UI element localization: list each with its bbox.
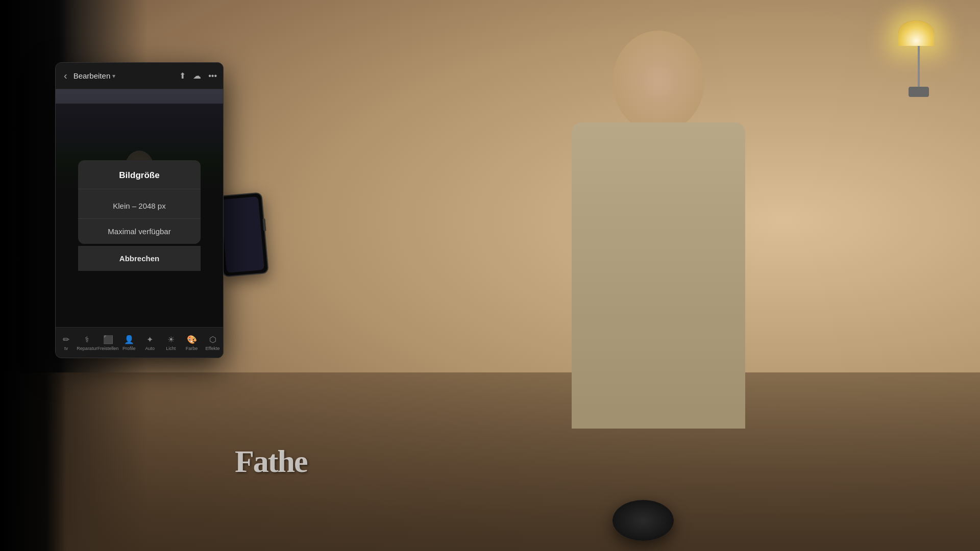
effekte-icon: ⬡: [209, 335, 216, 344]
farbe-icon: 🎨: [187, 335, 197, 344]
option-small[interactable]: Klein – 2048 px: [78, 193, 201, 219]
lamp-head: [898, 20, 934, 46]
header-title-text: Bearbeiten: [74, 71, 111, 80]
image-size-sheet: Bildgröße Klein – 2048 px Maximal verfüg…: [78, 160, 201, 244]
option-max[interactable]: Maximal verfügbar: [78, 219, 201, 244]
tv-icon: ✏: [63, 335, 69, 344]
sync-icon[interactable]: ☁: [193, 71, 201, 81]
toolbar-label-reparatur: Reparatur: [77, 346, 97, 351]
toolbar-item-reparatur[interactable]: ⚕ Reparatur: [77, 333, 97, 353]
toolbar-label-licht: Licht: [166, 346, 176, 351]
toolbar-item-auto[interactable]: ✦ Auto: [139, 333, 160, 353]
toolbar-item-farbe[interactable]: 🎨 Farbe: [181, 333, 202, 353]
action-sheet-title: Bildgröße: [78, 160, 201, 189]
freistellen-icon: ⬛: [103, 335, 113, 344]
held-phone: [216, 192, 269, 277]
desk-lamp: [898, 20, 939, 112]
lamp-base: [909, 87, 929, 97]
app-toolbar: ✏ tv ⚕ Reparatur ⬛ Freistellen 👤 Profile…: [56, 327, 223, 358]
lamp-arm: [918, 46, 920, 87]
reparatur-icon: ⚕: [85, 335, 89, 344]
auto-icon: ✦: [146, 335, 153, 344]
toolbar-item-freistellen[interactable]: ⬛ Freistellen: [97, 333, 119, 353]
toolbar-label-tv: tv: [64, 346, 68, 351]
spacer: [78, 189, 201, 193]
person-body: [572, 122, 745, 429]
action-sheet: Bildgröße Klein – 2048 px Maximal verfüg…: [78, 160, 201, 271]
toolbar-label-auto: Auto: [145, 346, 155, 351]
chevron-down-icon: ▾: [112, 72, 115, 80]
more-icon[interactable]: •••: [208, 71, 217, 81]
share-icon[interactable]: ⬆: [179, 71, 186, 81]
toolbar-item-effekte[interactable]: ⬡ Effekte: [202, 333, 223, 353]
toolbar-label-farbe: Farbe: [186, 346, 198, 351]
toolbar-item-licht[interactable]: ☀ Licht: [160, 333, 181, 353]
licht-icon: ☀: [167, 335, 175, 344]
toolbar-label-profile: Profile: [122, 346, 136, 351]
toolbar-label-freistellen: Freistellen: [97, 346, 119, 351]
channel-watermark: Fathe: [235, 443, 307, 480]
header-title: Bearbeiten ▾: [74, 71, 176, 80]
back-button[interactable]: ‹: [62, 68, 69, 84]
cancel-button[interactable]: Abbrechen: [78, 246, 201, 271]
toolbar-label-effekte: Effekte: [206, 346, 220, 351]
app-header: ‹ Bearbeiten ▾ ⬆ ☁ •••: [56, 63, 223, 89]
person-head: [612, 31, 704, 133]
modal-overlay: Bildgröße Klein – 2048 px Maximal verfüg…: [56, 104, 223, 327]
phone-app-mockup: ‹ Bearbeiten ▾ ⬆ ☁ ••• Bildgröße Klein –…: [55, 62, 224, 358]
held-phone-screen: [220, 196, 264, 273]
profile-icon: 👤: [124, 335, 134, 344]
toolbar-item-tv[interactable]: ✏ tv: [56, 333, 77, 353]
toolbar-item-profile[interactable]: 👤 Profile: [118, 333, 139, 353]
person-silhouette: [521, 0, 878, 551]
desk-camera: [612, 500, 674, 541]
header-actions: ⬆ ☁ •••: [179, 71, 217, 81]
